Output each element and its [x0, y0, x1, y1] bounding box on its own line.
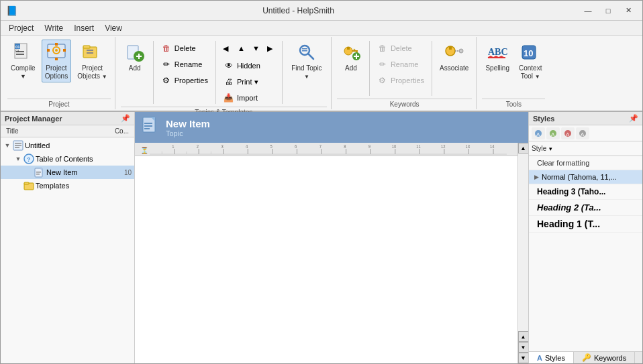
pm-col-title: Title	[3, 127, 112, 135]
svg-text:01: 01	[15, 49, 19, 53]
svg-text:5: 5	[270, 143, 273, 149]
pm-pin-icon: 📌	[121, 114, 130, 123]
properties-icon: ⚙	[161, 75, 172, 86]
minimize-button[interactable]: —	[579, 5, 597, 17]
tree-item-untitled[interactable]: ▼ Untitled	[1, 139, 134, 152]
move-right-button[interactable]: ▶	[264, 41, 278, 56]
maximize-button[interactable]: □	[599, 5, 617, 17]
keywords-tab-icon: 🔑	[582, 353, 591, 362]
svg-point-8	[55, 49, 58, 52]
small-group-2: 👁 Hidden 🖨 Print ▾ 📥 Import	[220, 57, 278, 105]
find-topic-button[interactable]: Find Topic ▼	[287, 40, 327, 82]
close-button[interactable]: ✕	[620, 5, 637, 17]
svg-text:4: 4	[246, 143, 248, 149]
delete-label: Delete	[175, 44, 196, 52]
menu-project[interactable]: Project	[3, 22, 39, 34]
svg-text:11: 11	[416, 143, 421, 149]
vertical-scrollbar[interactable]: ▲ ▲ ▼ ▼	[517, 143, 528, 363]
project-objects-icon	[81, 42, 103, 63]
project-options-label: ProjectOptions	[45, 64, 68, 80]
svg-rect-41	[15, 143, 21, 144]
hidden-button[interactable]: 👁 Hidden	[220, 58, 278, 73]
normal-label: Normal (Tahoma, 11,...	[542, 173, 617, 181]
svg-text:A: A	[536, 131, 540, 137]
rename-keyword-icon: ✏	[377, 59, 388, 70]
svg-text:6: 6	[295, 143, 297, 149]
svg-rect-49	[36, 174, 40, 175]
h2-label: Heading 2 (Ta...	[537, 202, 601, 213]
topic-header: New Item Topic	[135, 112, 528, 143]
svg-rect-3	[16, 54, 24, 55]
topic-type: Topic	[166, 129, 210, 137]
project-buttons: 01 01 Compile▼	[7, 38, 111, 97]
style-item-clear[interactable]: Clear formatting	[529, 156, 642, 170]
move-left-button[interactable]: ◀	[220, 41, 234, 56]
editor-area[interactable]	[135, 156, 517, 363]
spelling-label: Spelling	[485, 64, 509, 72]
label-new-item: New Item	[46, 168, 114, 176]
context-tool-label: ContextTool ▼	[519, 64, 542, 80]
spelling-button[interactable]: ABC Spelling	[482, 40, 513, 74]
scroll-adjust1[interactable]: ▲	[518, 331, 529, 342]
scroll-adjust2[interactable]: ▼	[518, 342, 529, 353]
properties-button-topics[interactable]: ⚙ Properties	[158, 73, 211, 88]
svg-rect-16	[87, 52, 93, 54]
print-button[interactable]: 🖨 Print ▾	[220, 74, 278, 89]
expand-untitled[interactable]: ▼	[3, 141, 11, 149]
menu-insert[interactable]: Insert	[68, 22, 99, 34]
add-button[interactable]: Add	[121, 40, 149, 74]
scroll-up-button[interactable]: ▲	[518, 143, 529, 154]
svg-point-35	[459, 49, 463, 53]
styles-delete-btn[interactable]: A	[561, 127, 575, 139]
tree-item-templates[interactable]: Templates	[1, 179, 134, 192]
svg-text:12: 12	[441, 143, 446, 149]
style-item-h1[interactable]: Heading 1 (T...	[529, 216, 642, 233]
delete-button-topics[interactable]: 🗑 Delete	[158, 41, 211, 56]
svg-text:10: 10	[524, 48, 533, 58]
normal-arrow: ▶	[534, 174, 539, 180]
project-objects-button[interactable]: ProjectObjects ▼	[74, 40, 111, 82]
add-keyword-icon	[340, 42, 362, 63]
expand-templates	[14, 182, 22, 190]
svg-text:8: 8	[344, 143, 346, 149]
bottom-tabs: A Styles 🔑 Keywords	[529, 351, 642, 363]
tab-keywords[interactable]: 🔑 Keywords	[574, 352, 635, 363]
menu-bar: Project Write Insert View	[1, 21, 642, 36]
svg-text:3: 3	[221, 143, 224, 149]
pm-columns: Title Co...	[1, 125, 134, 137]
style-item-h2[interactable]: Heading 2 (Ta...	[529, 200, 642, 216]
expand-toc[interactable]: ▼	[14, 155, 22, 163]
add-keyword-button[interactable]: Add	[337, 40, 365, 74]
menu-write[interactable]: Write	[39, 22, 68, 34]
delete-icon: 🗑	[161, 43, 172, 54]
styles-options-btn[interactable]: A	[576, 127, 589, 139]
associate-button[interactable]: Associate	[436, 40, 472, 74]
scroll-down-button[interactable]: ▼	[518, 353, 529, 363]
svg-text:9: 9	[368, 143, 371, 149]
styles-tab-icon: A	[537, 354, 542, 362]
style-item-normal[interactable]: ▶ Normal (Tahoma, 11,...	[529, 170, 642, 184]
icon-untitled	[13, 140, 23, 151]
tree-item-new-item[interactable]: New Item 10	[1, 166, 134, 179]
style-item-h3[interactable]: Heading 3 (Taho...	[529, 184, 642, 200]
icon-templates	[23, 180, 34, 191]
tree-item-toc[interactable]: ▼ ? Table of Contents	[1, 152, 134, 166]
tab-styles[interactable]: A Styles	[529, 352, 574, 363]
compile-button[interactable]: 01 01 Compile▼	[7, 40, 39, 82]
associate-label: Associate	[440, 64, 468, 72]
styles-new-btn[interactable]: A	[532, 127, 545, 139]
import-button[interactable]: 📥 Import	[220, 90, 278, 105]
context-tool-button[interactable]: 10 ContextTool ▼	[515, 40, 545, 82]
project-options-button[interactable]: ProjectOptions	[42, 40, 71, 82]
pm-tree: ▼ Untitled ▼	[1, 137, 134, 363]
context-tool-icon: 10	[520, 42, 541, 63]
keywords-tab-label: Keywords	[594, 354, 626, 362]
svg-rect-48	[36, 172, 41, 173]
styles-edit-btn[interactable]: A	[546, 127, 560, 139]
move-down-button[interactable]: ▼	[250, 41, 263, 56]
rename-button-topics[interactable]: ✏ Rename	[158, 57, 211, 72]
svg-rect-9	[55, 43, 58, 46]
ribbon-content: 01 01 Compile▼	[1, 36, 642, 111]
move-up-button[interactable]: ▲	[235, 41, 248, 56]
menu-view[interactable]: View	[99, 22, 128, 34]
